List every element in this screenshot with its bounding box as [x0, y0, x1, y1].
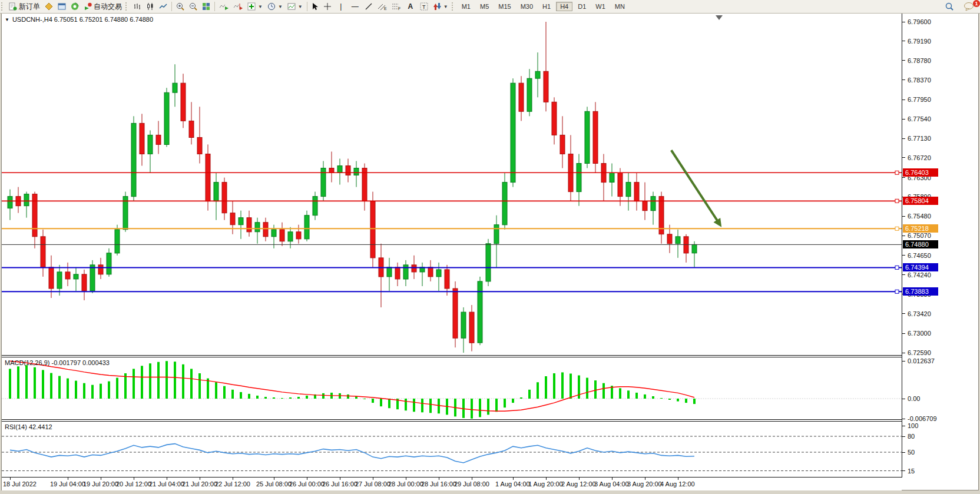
- macd-histogram-bar: [240, 392, 242, 399]
- timeframe-M15[interactable]: M15: [494, 2, 515, 11]
- market-watch-button[interactable]: [42, 1, 55, 12]
- candle-body: [90, 265, 95, 291]
- macd-histogram-bar: [504, 399, 506, 407]
- toolbar-separator: [307, 2, 307, 11]
- price-axis[interactable]: 6.796006.791906.787806.783706.779506.775…: [902, 14, 978, 478]
- trend-arrow-annotation[interactable]: [671, 150, 719, 223]
- level-line-handle[interactable]: [895, 171, 899, 174]
- level-line-handle[interactable]: [895, 290, 899, 293]
- candle-body: [24, 194, 29, 206]
- arrow-objects-icon: [433, 2, 441, 11]
- zoom-in-button[interactable]: [174, 1, 187, 12]
- candle-body: [519, 83, 524, 111]
- timeframe-H4[interactable]: H4: [556, 2, 572, 11]
- candle-body: [263, 223, 268, 237]
- candle-body: [65, 272, 70, 279]
- vertical-line-tool-button[interactable]: |: [334, 1, 348, 12]
- timeframe-MN[interactable]: MN: [611, 2, 629, 11]
- notifications-button[interactable]: 1: [961, 1, 976, 12]
- time-label: 26 Jul 16:00: [322, 480, 357, 488]
- macd-histogram-bar: [413, 399, 415, 412]
- tile-windows-button[interactable]: [200, 1, 213, 12]
- channel-tool-button[interactable]: E: [375, 1, 389, 12]
- candle-body: [618, 173, 623, 197]
- trendline-tool-button[interactable]: [362, 1, 375, 12]
- horizontal-line-tool-button[interactable]: —: [348, 1, 362, 12]
- search-button[interactable]: [942, 1, 956, 12]
- macd-histogram-bar: [619, 388, 621, 399]
- symbol-dropdown-icon[interactable]: ▼: [5, 17, 9, 22]
- macd-histogram-bar: [207, 379, 209, 399]
- arrow-objects-button[interactable]: ▼: [431, 1, 451, 12]
- tile-windows-icon: [202, 2, 210, 11]
- bar-chart-mode-button[interactable]: [131, 1, 144, 12]
- candlestick-chart[interactable]: [2, 14, 902, 355]
- rsi-pane[interactable]: RSI(14) 42.4412: [2, 422, 902, 477]
- candlestick-mode-button[interactable]: [144, 1, 157, 12]
- pane-divider[interactable]: [2, 355, 978, 357]
- timeframe-H1[interactable]: H1: [538, 2, 555, 11]
- level-line-handle[interactable]: [895, 199, 899, 203]
- time-axis[interactable]: 18 Jul 202219 Jul 04:0019 Jul 20:0020 Ju…: [2, 477, 902, 490]
- macd-histogram-bar: [570, 374, 572, 399]
- candle-body: [535, 71, 540, 78]
- macd-histogram-bar: [116, 378, 118, 399]
- line-chart-mode-button[interactable]: [157, 1, 170, 12]
- horizontal-line-icon: —: [350, 2, 360, 11]
- time-tick: [645, 478, 645, 480]
- toolbar-separator: [214, 2, 215, 11]
- candle-body: [453, 289, 458, 338]
- candle-body: [692, 244, 697, 253]
- cursor-tool-button[interactable]: [309, 1, 321, 12]
- periods-button[interactable]: ▼: [265, 1, 285, 12]
- auto-trading-label: 自动交易: [94, 2, 122, 12]
- level-line-handle[interactable]: [895, 227, 899, 230]
- label-tool-button[interactable]: T: [418, 1, 431, 12]
- macd-pane[interactable]: MACD(12,26,9) -0.001797 0.000433: [2, 357, 902, 419]
- pane-divider[interactable]: [2, 419, 978, 422]
- timeframe-M5[interactable]: M5: [476, 2, 493, 11]
- price-tick: 6.77130: [902, 135, 931, 142]
- toolbar-grip: [125, 2, 128, 11]
- chart-shift-marker[interactable]: [716, 15, 723, 20]
- crosshair-tool-button[interactable]: [321, 1, 334, 12]
- zoom-out-button[interactable]: [187, 1, 200, 12]
- macd-histogram-bar: [34, 367, 36, 399]
- macd-histogram-bar: [273, 397, 275, 399]
- candle-body: [41, 237, 45, 267]
- candle-body: [181, 83, 186, 121]
- toolbar-grip: [1, 2, 4, 11]
- market-watch-icon: [45, 2, 53, 11]
- timeframe-M30[interactable]: M30: [517, 2, 537, 11]
- chart-list-button[interactable]: [55, 1, 68, 12]
- candle-body: [626, 183, 631, 197]
- price-pane[interactable]: ▼ USDCNH-,H4 6.75051 6.75201 6.74880 6.7…: [2, 14, 902, 355]
- macd-histogram-bar: [9, 369, 11, 399]
- indicators-button[interactable]: ▼: [245, 1, 265, 12]
- chart-shift-button[interactable]: [231, 1, 245, 12]
- price-tick: 6.78780: [902, 57, 931, 64]
- candle-body: [222, 183, 227, 213]
- timeframe-D1[interactable]: D1: [574, 2, 590, 11]
- timeframe-W1[interactable]: W1: [591, 2, 610, 11]
- indicators-icon: [247, 2, 256, 11]
- macd-histogram-bar: [141, 366, 143, 399]
- time-label: 1 Aug 04:00: [495, 480, 530, 488]
- macd-histogram-bar: [528, 390, 531, 399]
- fibonacci-tool-button[interactable]: F: [389, 1, 403, 12]
- text-tool-button[interactable]: A: [403, 1, 418, 12]
- signals-button[interactable]: [68, 1, 81, 12]
- macd-histogram-bar: [165, 361, 168, 399]
- auto-scroll-button[interactable]: [217, 1, 231, 12]
- candle-body: [610, 173, 614, 183]
- candle-body: [107, 253, 111, 274]
- level-line-handle[interactable]: [895, 266, 899, 269]
- macd-histogram-bar: [388, 399, 390, 408]
- timeframe-M1[interactable]: M1: [458, 2, 475, 11]
- auto-trading-button[interactable]: 自动交易: [81, 1, 124, 12]
- time-label: 25 Jul 08:00: [256, 480, 292, 488]
- rsi-axis-tick: 15: [902, 468, 915, 475]
- new-order-button[interactable]: 新订单: [6, 1, 42, 12]
- trendline-icon: [365, 2, 373, 11]
- templates-button[interactable]: ▼: [285, 1, 305, 12]
